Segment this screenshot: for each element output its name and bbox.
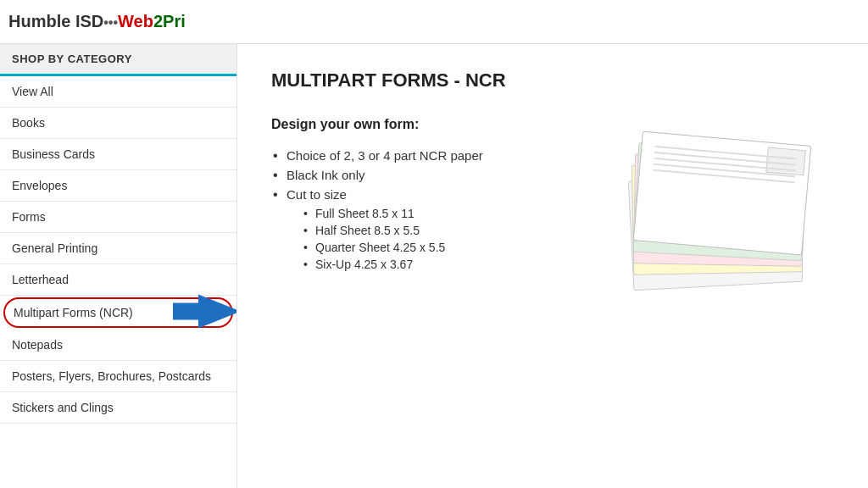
bullet-section: Design your own form: Choice of 2, 3 or … bbox=[271, 117, 580, 275]
sidebar-item-stickers-clings[interactable]: Stickers and Clings bbox=[0, 392, 236, 424]
sidebar-item-business-cards[interactable]: Business Cards bbox=[0, 139, 236, 170]
main-bullet-list: Choice of 2, 3 or 4 part NCR paper Black… bbox=[271, 146, 580, 275]
sub-bullet-half-sheet: Half Sheet 8.5 x 5.5 bbox=[303, 222, 580, 239]
sidebar-item-wrapper-business-cards: Business Cards bbox=[0, 139, 236, 170]
paper-top bbox=[633, 131, 812, 256]
sidebar-item-wrapper-envelopes: Envelopes bbox=[0, 170, 236, 202]
logo-humble-text: Humble ISD bbox=[8, 12, 103, 30]
paper-stack bbox=[622, 151, 809, 286]
site-logo[interactable]: Humble ISD•••Web2Pri bbox=[8, 12, 186, 31]
sub-bullet-quarter-sheet: Quarter Sheet 4.25 x 5.5 bbox=[303, 239, 580, 256]
sub-bullet-full-sheet: Full Sheet 8.5 x 11 bbox=[303, 205, 580, 222]
sidebar: SHOP BY CATEGORY View All Books Business… bbox=[0, 44, 237, 488]
sidebar-item-wrapper-books: Books bbox=[0, 108, 236, 139]
sidebar-item-envelopes[interactable]: Envelopes bbox=[0, 170, 236, 202]
sidebar-item-wrapper-posters-flyers: Posters, Flyers, Brochures, Postcards bbox=[0, 361, 236, 392]
sub-bullet-six-up: Six-Up 4.25 x 3.67 bbox=[303, 256, 580, 273]
sidebar-item-books[interactable]: Books bbox=[0, 108, 236, 139]
sidebar-item-wrapper-forms: Forms bbox=[0, 202, 236, 233]
category-header: SHOP BY CATEGORY bbox=[0, 44, 236, 76]
sidebar-item-view-all[interactable]: View All bbox=[0, 76, 236, 108]
blue-arrow-icon bbox=[173, 288, 237, 336]
header: Humble ISD•••Web2Pri bbox=[0, 0, 868, 44]
content-layout: Design your own form: Choice of 2, 3 or … bbox=[271, 117, 834, 286]
sidebar-item-general-printing[interactable]: General Printing bbox=[0, 233, 236, 264]
logo-dots: ••• bbox=[103, 15, 118, 30]
section-subtitle: Design your own form: bbox=[271, 117, 580, 132]
bullet-ncr-paper: Choice of 2, 3 or 4 part NCR paper bbox=[271, 146, 580, 165]
page-title: MULTIPART FORMS - NCR bbox=[271, 69, 834, 92]
sidebar-item-wrapper-stickers-clings: Stickers and Clings bbox=[0, 392, 236, 424]
sidebar-item-posters-flyers[interactable]: Posters, Flyers, Brochures, Postcards bbox=[0, 361, 236, 392]
main-layout: SHOP BY CATEGORY View All Books Business… bbox=[0, 44, 868, 488]
svg-marker-0 bbox=[173, 295, 237, 329]
sidebar-item-forms[interactable]: Forms bbox=[0, 202, 236, 233]
content-area: MULTIPART FORMS - NCR Design your own fo… bbox=[237, 44, 868, 488]
sidebar-item-wrapper-general-printing: General Printing bbox=[0, 233, 236, 264]
ncr-forms-image bbox=[597, 117, 834, 286]
logo-web-text: Web bbox=[118, 12, 153, 30]
active-arrow-indicator bbox=[173, 288, 237, 338]
logo-2pri-text: 2Pri bbox=[153, 12, 186, 30]
bullet-black-ink: Black Ink only bbox=[271, 165, 580, 185]
paper-line-5 bbox=[653, 169, 795, 184]
bullet-cut-to-size: Cut to size Full Sheet 8.5 x 11 Half She… bbox=[271, 185, 580, 275]
sidebar-item-wrapper-multipart-forms: Multipart Forms (NCR) bbox=[0, 297, 236, 328]
sidebar-item-wrapper-view-all: View All bbox=[0, 76, 236, 108]
sub-bullet-list: Full Sheet 8.5 x 11 Half Sheet 8.5 x 5.5… bbox=[287, 205, 580, 273]
